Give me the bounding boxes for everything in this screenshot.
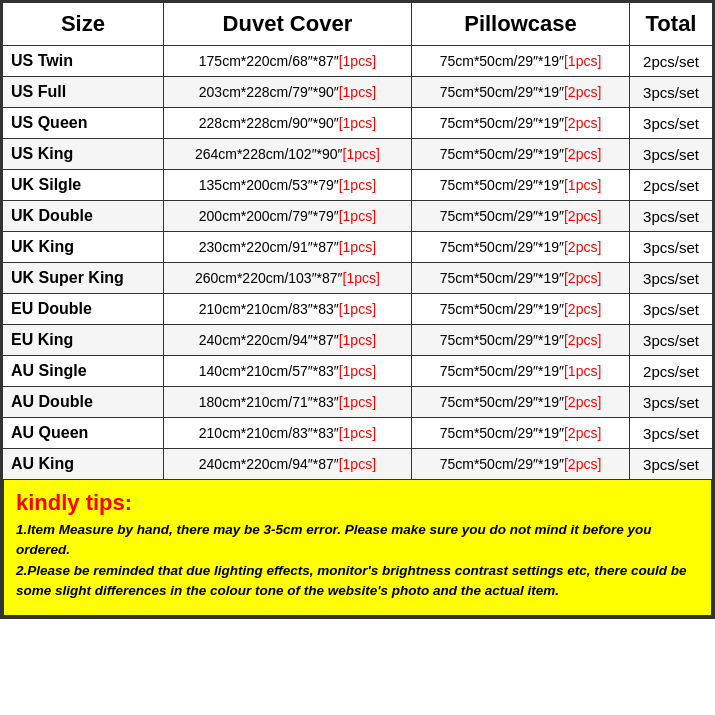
cell-total: 3pcs/set: [630, 418, 713, 449]
cell-pillow: 75cm*50cm/29″*19″[1pcs]: [411, 46, 629, 77]
header-size: Size: [3, 3, 164, 46]
table-body: US Twin175cm*220cm/68″*87″[1pcs]75cm*50c…: [3, 46, 713, 480]
table-row: EU King240cm*220cm/94″*87″[1pcs]75cm*50c…: [3, 325, 713, 356]
cell-pillow: 75cm*50cm/29″*19″[1pcs]: [411, 356, 629, 387]
cell-duvet: 260cm*220cm/103″*87″[1pcs]: [163, 263, 411, 294]
cell-total: 3pcs/set: [630, 139, 713, 170]
cell-total: 3pcs/set: [630, 108, 713, 139]
cell-duvet: 240cm*220cm/94″*87″[1pcs]: [163, 449, 411, 480]
table-row: UK Super King260cm*220cm/103″*87″[1pcs]7…: [3, 263, 713, 294]
header-total: Total: [630, 3, 713, 46]
header-pillow: Pillowcase: [411, 3, 629, 46]
table-row: UK King230cm*220cm/91″*87″[1pcs]75cm*50c…: [3, 232, 713, 263]
cell-size: UK Super King: [3, 263, 164, 294]
cell-size: US King: [3, 139, 164, 170]
tips-title: kindly tips:: [16, 490, 699, 516]
cell-size: AU Queen: [3, 418, 164, 449]
cell-total: 2pcs/set: [630, 356, 713, 387]
cell-duvet: 203cm*228cm/79″*90″[1pcs]: [163, 77, 411, 108]
cell-total: 3pcs/set: [630, 201, 713, 232]
cell-duvet: 228cm*228cm/90″*90″[1pcs]: [163, 108, 411, 139]
tips-line1: 1.Item Measure by hand, there may be 3-5…: [16, 520, 699, 561]
cell-size: US Twin: [3, 46, 164, 77]
cell-pillow: 75cm*50cm/29″*19″[1pcs]: [411, 170, 629, 201]
cell-size: AU King: [3, 449, 164, 480]
cell-pillow: 75cm*50cm/29″*19″[2pcs]: [411, 77, 629, 108]
cell-size: UK King: [3, 232, 164, 263]
cell-pillow: 75cm*50cm/29″*19″[2pcs]: [411, 387, 629, 418]
cell-total: 3pcs/set: [630, 232, 713, 263]
cell-total: 3pcs/set: [630, 77, 713, 108]
cell-pillow: 75cm*50cm/29″*19″[2pcs]: [411, 449, 629, 480]
table-row: US Twin175cm*220cm/68″*87″[1pcs]75cm*50c…: [3, 46, 713, 77]
cell-pillow: 75cm*50cm/29″*19″[2pcs]: [411, 108, 629, 139]
cell-duvet: 140cm*210cm/57″*83″[1pcs]: [163, 356, 411, 387]
header-duvet: Duvet Cover: [163, 3, 411, 46]
table-row: EU Double210cm*210cm/83″*83″[1pcs]75cm*5…: [3, 294, 713, 325]
size-table: Size Duvet Cover Pillowcase Total US Twi…: [2, 2, 713, 480]
cell-pillow: 75cm*50cm/29″*19″[2pcs]: [411, 325, 629, 356]
table-row: US Queen228cm*228cm/90″*90″[1pcs]75cm*50…: [3, 108, 713, 139]
cell-total: 3pcs/set: [630, 449, 713, 480]
cell-pillow: 75cm*50cm/29″*19″[2pcs]: [411, 139, 629, 170]
size-chart-container: Size Duvet Cover Pillowcase Total US Twi…: [0, 0, 715, 619]
cell-duvet: 175cm*220cm/68″*87″[1pcs]: [163, 46, 411, 77]
cell-size: UK Double: [3, 201, 164, 232]
cell-pillow: 75cm*50cm/29″*19″[2pcs]: [411, 201, 629, 232]
table-row: UK Silgle135cm*200cm/53″*79″[1pcs]75cm*5…: [3, 170, 713, 201]
table-row: AU Queen210cm*210cm/83″*83″[1pcs]75cm*50…: [3, 418, 713, 449]
cell-duvet: 180cm*210cm/71″*83″[1pcs]: [163, 387, 411, 418]
tips-section: kindly tips: 1.Item Measure by hand, the…: [2, 480, 713, 617]
cell-size: UK Silgle: [3, 170, 164, 201]
cell-total: 3pcs/set: [630, 325, 713, 356]
cell-size: EU Double: [3, 294, 164, 325]
table-row: US Full203cm*228cm/79″*90″[1pcs]75cm*50c…: [3, 77, 713, 108]
cell-duvet: 210cm*210cm/83″*83″[1pcs]: [163, 294, 411, 325]
cell-size: AU Single: [3, 356, 164, 387]
cell-size: US Full: [3, 77, 164, 108]
cell-total: 2pcs/set: [630, 170, 713, 201]
cell-total: 3pcs/set: [630, 387, 713, 418]
cell-size: AU Double: [3, 387, 164, 418]
cell-duvet: 210cm*210cm/83″*83″[1pcs]: [163, 418, 411, 449]
cell-size: EU King: [3, 325, 164, 356]
cell-duvet: 200cm*200cm/79″*79″[1pcs]: [163, 201, 411, 232]
table-row: UK Double200cm*200cm/79″*79″[1pcs]75cm*5…: [3, 201, 713, 232]
cell-total: 2pcs/set: [630, 46, 713, 77]
table-header-row: Size Duvet Cover Pillowcase Total: [3, 3, 713, 46]
cell-duvet: 240cm*220cm/94″*87″[1pcs]: [163, 325, 411, 356]
cell-pillow: 75cm*50cm/29″*19″[2pcs]: [411, 232, 629, 263]
cell-pillow: 75cm*50cm/29″*19″[2pcs]: [411, 418, 629, 449]
cell-total: 3pcs/set: [630, 294, 713, 325]
cell-duvet: 264cm*228cm/102″*90″[1pcs]: [163, 139, 411, 170]
cell-size: US Queen: [3, 108, 164, 139]
tips-line2: 2.Please be reminded that due lighting e…: [16, 561, 699, 602]
cell-pillow: 75cm*50cm/29″*19″[2pcs]: [411, 263, 629, 294]
cell-duvet: 230cm*220cm/91″*87″[1pcs]: [163, 232, 411, 263]
table-row: AU Double180cm*210cm/71″*83″[1pcs]75cm*5…: [3, 387, 713, 418]
table-row: US King264cm*228cm/102″*90″[1pcs]75cm*50…: [3, 139, 713, 170]
cell-pillow: 75cm*50cm/29″*19″[2pcs]: [411, 294, 629, 325]
table-row: AU Single140cm*210cm/57″*83″[1pcs]75cm*5…: [3, 356, 713, 387]
table-row: AU King240cm*220cm/94″*87″[1pcs]75cm*50c…: [3, 449, 713, 480]
cell-duvet: 135cm*200cm/53″*79″[1pcs]: [163, 170, 411, 201]
cell-total: 3pcs/set: [630, 263, 713, 294]
